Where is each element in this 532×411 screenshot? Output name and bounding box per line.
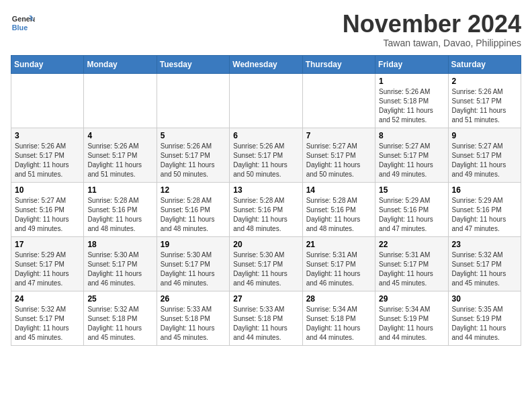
day-info: Sunrise: 5:27 AM Sunset: 5:16 PM Dayligh… (15, 196, 80, 234)
logo-icon: General Blue (11, 11, 35, 35)
calendar-cell: 5Sunrise: 5:26 AM Sunset: 5:17 PM Daylig… (157, 128, 229, 182)
day-info: Sunrise: 5:35 AM Sunset: 5:19 PM Dayligh… (452, 305, 517, 342)
day-info: Sunrise: 5:32 AM Sunset: 5:17 PM Dayligh… (15, 305, 80, 342)
calendar-cell: 7Sunrise: 5:27 AM Sunset: 5:17 PM Daylig… (302, 128, 375, 182)
day-info: Sunrise: 5:29 AM Sunset: 5:16 PM Dayligh… (452, 196, 517, 234)
weekday-header-monday: Monday (84, 55, 157, 73)
day-number: 6 (233, 131, 298, 140)
calendar-cell: 26Sunrise: 5:33 AM Sunset: 5:18 PM Dayli… (157, 291, 229, 345)
week-row-3: 10Sunrise: 5:27 AM Sunset: 5:16 PM Dayli… (11, 182, 521, 236)
calendar-cell: 29Sunrise: 5:34 AM Sunset: 5:19 PM Dayli… (375, 291, 448, 345)
svg-text:Blue: Blue (12, 24, 28, 32)
day-info: Sunrise: 5:26 AM Sunset: 5:17 PM Dayligh… (161, 142, 226, 179)
week-row-4: 17Sunrise: 5:29 AM Sunset: 5:17 PM Dayli… (11, 236, 521, 291)
day-info: Sunrise: 5:29 AM Sunset: 5:17 PM Dayligh… (15, 250, 80, 288)
page-header: General Blue November 2024 Tawan tawan, … (11, 11, 521, 48)
day-number: 1 (379, 77, 444, 86)
day-number: 10 (15, 185, 80, 195)
day-info: Sunrise: 5:29 AM Sunset: 5:16 PM Dayligh… (379, 196, 444, 234)
calendar-cell: 11Sunrise: 5:28 AM Sunset: 5:16 PM Dayli… (84, 182, 157, 236)
day-info: Sunrise: 5:26 AM Sunset: 5:17 PM Dayligh… (452, 87, 517, 125)
day-info: Sunrise: 5:28 AM Sunset: 5:16 PM Dayligh… (87, 196, 152, 234)
calendar-cell (11, 73, 84, 128)
day-number: 26 (161, 294, 226, 304)
calendar-cell: 15Sunrise: 5:29 AM Sunset: 5:16 PM Dayli… (375, 182, 448, 236)
calendar-cell: 12Sunrise: 5:28 AM Sunset: 5:16 PM Dayli… (157, 182, 229, 236)
calendar-cell: 27Sunrise: 5:33 AM Sunset: 5:18 PM Dayli… (230, 291, 302, 345)
calendar-cell: 19Sunrise: 5:30 AM Sunset: 5:17 PM Dayli… (157, 236, 229, 291)
day-info: Sunrise: 5:28 AM Sunset: 5:16 PM Dayligh… (161, 196, 226, 234)
day-info: Sunrise: 5:26 AM Sunset: 5:17 PM Dayligh… (15, 142, 80, 179)
calendar-cell: 17Sunrise: 5:29 AM Sunset: 5:17 PM Dayli… (11, 236, 84, 291)
weekday-header-saturday: Saturday (448, 55, 521, 73)
weekday-header-row: SundayMondayTuesdayWednesdayThursdayFrid… (11, 55, 521, 73)
day-info: Sunrise: 5:34 AM Sunset: 5:19 PM Dayligh… (379, 305, 444, 342)
day-number: 15 (379, 185, 444, 195)
calendar-cell: 18Sunrise: 5:30 AM Sunset: 5:17 PM Dayli… (84, 236, 157, 291)
day-number: 23 (452, 240, 517, 249)
day-number: 12 (161, 185, 226, 195)
day-number: 4 (87, 131, 152, 140)
day-number: 3 (15, 131, 80, 140)
day-info: Sunrise: 5:27 AM Sunset: 5:17 PM Dayligh… (452, 142, 517, 179)
day-number: 19 (161, 240, 226, 249)
day-number: 9 (452, 131, 517, 140)
day-info: Sunrise: 5:30 AM Sunset: 5:17 PM Dayligh… (233, 250, 298, 288)
calendar-cell: 9Sunrise: 5:27 AM Sunset: 5:17 PM Daylig… (448, 128, 521, 182)
day-info: Sunrise: 5:27 AM Sunset: 5:17 PM Dayligh… (306, 142, 371, 179)
day-info: Sunrise: 5:30 AM Sunset: 5:17 PM Dayligh… (161, 250, 226, 288)
week-row-2: 3Sunrise: 5:26 AM Sunset: 5:17 PM Daylig… (11, 128, 521, 182)
title-area: November 2024 Tawan tawan, Davao, Philip… (343, 11, 521, 48)
calendar-cell: 8Sunrise: 5:27 AM Sunset: 5:17 PM Daylig… (375, 128, 448, 182)
weekday-header-wednesday: Wednesday (230, 55, 302, 73)
day-info: Sunrise: 5:28 AM Sunset: 5:16 PM Dayligh… (306, 196, 371, 234)
day-number: 22 (379, 240, 444, 249)
day-info: Sunrise: 5:27 AM Sunset: 5:17 PM Dayligh… (379, 142, 444, 179)
calendar-cell: 30Sunrise: 5:35 AM Sunset: 5:19 PM Dayli… (448, 291, 521, 345)
day-number: 13 (233, 185, 298, 195)
weekday-header-sunday: Sunday (11, 55, 84, 73)
day-info: Sunrise: 5:31 AM Sunset: 5:17 PM Dayligh… (379, 250, 444, 288)
calendar-cell: 13Sunrise: 5:28 AM Sunset: 5:16 PM Dayli… (230, 182, 302, 236)
day-info: Sunrise: 5:31 AM Sunset: 5:17 PM Dayligh… (306, 250, 371, 288)
day-info: Sunrise: 5:33 AM Sunset: 5:18 PM Dayligh… (161, 305, 226, 342)
day-number: 20 (233, 240, 298, 249)
calendar-cell: 3Sunrise: 5:26 AM Sunset: 5:17 PM Daylig… (11, 128, 84, 182)
logo: General Blue (11, 11, 35, 35)
day-info: Sunrise: 5:32 AM Sunset: 5:18 PM Dayligh… (87, 305, 152, 342)
weekday-header-tuesday: Tuesday (157, 55, 229, 73)
week-row-5: 24Sunrise: 5:32 AM Sunset: 5:17 PM Dayli… (11, 291, 521, 345)
weekday-header-friday: Friday (375, 55, 448, 73)
calendar-cell (230, 73, 302, 128)
day-number: 21 (306, 240, 371, 249)
calendar-table: SundayMondayTuesdayWednesdayThursdayFrid… (11, 55, 521, 346)
weekday-header-thursday: Thursday (302, 55, 375, 73)
day-number: 27 (233, 294, 298, 304)
calendar-cell: 20Sunrise: 5:30 AM Sunset: 5:17 PM Dayli… (230, 236, 302, 291)
day-info: Sunrise: 5:33 AM Sunset: 5:18 PM Dayligh… (233, 305, 298, 342)
day-info: Sunrise: 5:26 AM Sunset: 5:18 PM Dayligh… (379, 87, 444, 125)
day-info: Sunrise: 5:28 AM Sunset: 5:16 PM Dayligh… (233, 196, 298, 234)
calendar-cell: 14Sunrise: 5:28 AM Sunset: 5:16 PM Dayli… (302, 182, 375, 236)
calendar-cell: 22Sunrise: 5:31 AM Sunset: 5:17 PM Dayli… (375, 236, 448, 291)
calendar-cell: 6Sunrise: 5:26 AM Sunset: 5:17 PM Daylig… (230, 128, 302, 182)
day-number: 14 (306, 185, 371, 195)
day-number: 29 (379, 294, 444, 304)
calendar-cell: 24Sunrise: 5:32 AM Sunset: 5:17 PM Dayli… (11, 291, 84, 345)
calendar-cell: 21Sunrise: 5:31 AM Sunset: 5:17 PM Dayli… (302, 236, 375, 291)
day-info: Sunrise: 5:34 AM Sunset: 5:18 PM Dayligh… (306, 305, 371, 342)
calendar-cell: 4Sunrise: 5:26 AM Sunset: 5:17 PM Daylig… (84, 128, 157, 182)
day-number: 30 (452, 294, 517, 304)
calendar-cell: 1Sunrise: 5:26 AM Sunset: 5:18 PM Daylig… (375, 73, 448, 128)
day-info: Sunrise: 5:32 AM Sunset: 5:17 PM Dayligh… (452, 250, 517, 288)
day-info: Sunrise: 5:26 AM Sunset: 5:17 PM Dayligh… (233, 142, 298, 179)
day-number: 18 (87, 240, 152, 249)
calendar-cell: 10Sunrise: 5:27 AM Sunset: 5:16 PM Dayli… (11, 182, 84, 236)
day-number: 2 (452, 77, 517, 86)
day-number: 17 (15, 240, 80, 249)
day-info: Sunrise: 5:30 AM Sunset: 5:17 PM Dayligh… (87, 250, 152, 288)
day-number: 7 (306, 131, 371, 140)
calendar-cell: 2Sunrise: 5:26 AM Sunset: 5:17 PM Daylig… (448, 73, 521, 128)
location: Tawan tawan, Davao, Philippines (343, 38, 521, 48)
calendar-cell: 25Sunrise: 5:32 AM Sunset: 5:18 PM Dayli… (84, 291, 157, 345)
